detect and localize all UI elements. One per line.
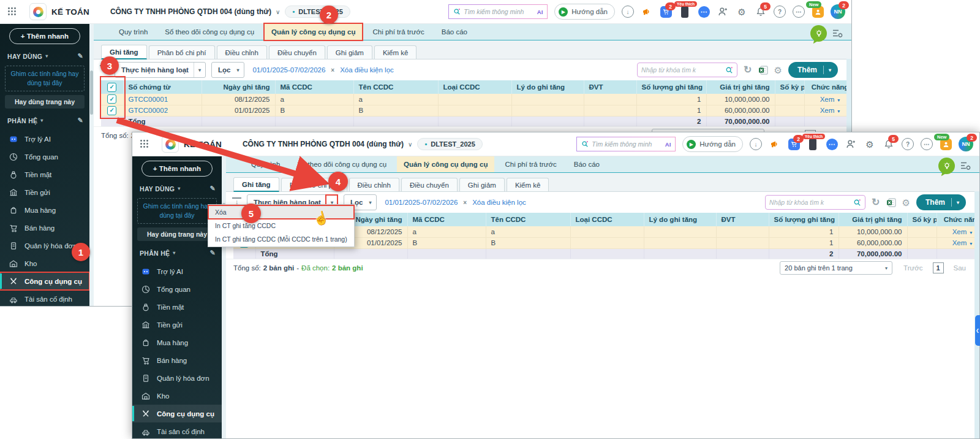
notifications-icon[interactable]: 5 (883, 138, 895, 150)
export-excel-icon[interactable] (758, 66, 768, 75)
add-caret-icon[interactable]: ▾ (952, 200, 966, 205)
prev-page-button[interactable]: Trước (903, 264, 922, 272)
edit-pencil-icon[interactable]: ✎ (209, 249, 216, 257)
view-action[interactable]: Xem▾ (820, 96, 840, 103)
tab-so-theo-doi[interactable]: Sổ theo dõi công cụ dụng cụ (290, 156, 393, 172)
sidebar-scrollbar[interactable] (222, 156, 226, 438)
megaphone-icon[interactable] (769, 138, 781, 150)
sidebar-item-ai-assistant[interactable]: Trợ lý AI (0, 130, 89, 148)
sidebar-item-overview[interactable]: Tổng quan (132, 280, 222, 298)
tab-chi-phi-tra-truoc[interactable]: Chi phí trả trước (498, 156, 563, 172)
download-icon[interactable]: ↓ (750, 138, 762, 150)
quick-add-button[interactable]: + Thêm nhanh (141, 161, 213, 177)
subtab-dieu-chuyen[interactable]: Điều chuyển (269, 45, 325, 59)
sidebar-item-sales[interactable]: Bán hàng (132, 351, 222, 369)
remove-filter-icon[interactable]: × (463, 199, 467, 206)
table-search-input[interactable]: Nhập từ khóa tìm k (765, 195, 865, 210)
pin-hint[interactable]: Ghim các tính năng hay dùng tại đây (137, 198, 217, 224)
pin-hint[interactable]: Ghim các tính năng hay dùng tại đây (5, 66, 85, 91)
menu-item-print-ccdc-per-page[interactable]: In CT ghi tăng CCDC (Mỗi CCDC trên 1 tra… (208, 232, 354, 246)
database-pill[interactable]: • DLTEST_2025 (417, 138, 482, 150)
filter-button[interactable]: Lọc ▾ (211, 62, 244, 78)
tab-quan-ly-ccdc[interactable]: Quản lý công cụ dụng cụ (397, 156, 494, 172)
smart-search-input[interactable]: Tìm kiếm thông minh AI (576, 137, 676, 151)
col-gia-tri[interactable]: Giá trị ghi tăng (839, 213, 907, 226)
view-action[interactable]: Xem▾ (952, 239, 973, 246)
table-row[interactable]: ✓ GTCC00002 01/01/2025 B B 1 60,000,000.… (101, 105, 852, 116)
database-pill[interactable]: • DLTEST_2025 (285, 6, 350, 18)
edit-pencil-icon[interactable]: ✎ (77, 116, 83, 124)
sidebar-item-invoices[interactable]: Quản lý hóa đơn (132, 369, 222, 387)
refresh-icon[interactable]: ↻ (872, 197, 880, 207)
store-icon[interactable]: 2 (788, 138, 800, 150)
smart-search-input[interactable]: Tìm kiếm thông minh AI (448, 4, 548, 19)
date-range-filter[interactable]: 01/01/2025-07/02/2026 (252, 66, 325, 74)
add-button[interactable]: Thêm ▾ (788, 62, 838, 78)
col-ngay-ghi-tang[interactable]: Ngày ghi tăng (202, 80, 275, 94)
next-page-button[interactable]: Sau (954, 264, 966, 272)
sidebar-item-deposit[interactable]: Tiền gửi (0, 183, 89, 201)
subtab-ghi-giam[interactable]: Ghi giảm (327, 45, 372, 59)
whats-new-icon[interactable]: New (812, 6, 824, 18)
guide-button[interactable]: ▶ Hướng dẫn (554, 4, 615, 20)
edit-pencil-icon[interactable]: ✎ (209, 185, 216, 193)
add-button[interactable]: Thêm ▾ (916, 194, 966, 210)
col-dvt[interactable]: ĐVT (584, 80, 636, 94)
sidebar-item-fixed-assets[interactable]: Tài sản cố định (132, 422, 222, 438)
subtab-dieu-chuyen[interactable]: Điều chuyển (401, 178, 458, 191)
favorite-promo-icon[interactable]: Yêu thích (807, 138, 819, 150)
chat-icon[interactable]: ⋯ (826, 138, 838, 150)
megaphone-icon[interactable] (641, 6, 653, 18)
sidebar-item-purchase[interactable]: Mua hàng (132, 334, 222, 351)
chat-icon[interactable]: ⋯ (698, 6, 710, 18)
add-user-icon[interactable] (717, 6, 729, 18)
clear-filters-link[interactable]: Xóa điều kiện lọc (472, 199, 526, 206)
col-ma-ccdc[interactable]: Mã CCDC (275, 80, 353, 94)
col-gia-tri[interactable]: Giá trị ghi tăng (706, 80, 775, 94)
col-so-luong[interactable]: Số lượng ghi tăng (636, 80, 706, 94)
col-so-luong[interactable]: Số lượng ghi tăng (769, 213, 839, 226)
tab-quy-trinh[interactable]: Quy trình (244, 156, 287, 172)
add-user-icon[interactable] (845, 138, 857, 150)
sidebar-item-deposit[interactable]: Tiền gửi (132, 316, 222, 334)
tips-lightbulb-icon[interactable] (938, 158, 955, 174)
remove-filter-icon[interactable]: × (331, 67, 334, 74)
more-icon[interactable]: ⋯ (921, 138, 933, 150)
company-selector[interactable]: CÔNG TY TNHH PHÒNG QTDH 004 (dùng thử) ∨ (243, 140, 412, 148)
col-ma-ccdc[interactable]: Mã CCDC (407, 213, 486, 226)
export-excel-icon[interactable] (886, 198, 896, 207)
col-ten-ccdc[interactable]: Tên CCDC (353, 80, 438, 94)
sidebar-item-tools[interactable]: Công cụ dụng cụ (132, 405, 222, 422)
current-page[interactable]: 1 (933, 262, 944, 273)
table-row[interactable]: ✓ GTCC00001 08/12/2025 a a 1 10,000,000.… (101, 94, 852, 105)
page-size-select[interactable]: 20 bản ghi trên 1 trang ▾ (780, 261, 892, 275)
tab-so-theo-doi[interactable]: Sổ theo dõi công cụ dụng cụ (158, 24, 261, 40)
app-launcher-icon[interactable] (140, 139, 149, 149)
batch-actions-button[interactable]: Thực hiện hàng loạt ▾ (115, 62, 206, 78)
clear-filters-link[interactable]: Xóa điều kiện lọc (340, 66, 394, 74)
document-link[interactable]: GTCC00001 (129, 96, 168, 103)
row-checkbox[interactable]: ✓ (107, 94, 116, 104)
subtab-phan-bo-chi-phi[interactable]: Phân bổ chi phí (149, 45, 215, 59)
subtab-dieu-chinh[interactable]: Điều chỉnh (217, 45, 267, 59)
edit-pencil-icon[interactable]: ✎ (77, 52, 83, 60)
sidebar-item-purchase[interactable]: Mua hàng (0, 201, 89, 219)
tab-bao-cao[interactable]: Báo cáo (567, 156, 606, 172)
col-ly-do[interactable]: Lý do ghi tăng (511, 80, 584, 94)
sidebar-item-sales[interactable]: Bán hàng (0, 219, 89, 237)
view-settings-icon[interactable] (832, 29, 843, 40)
settings-icon[interactable]: ⚙ (736, 6, 748, 18)
settings-icon[interactable]: ⚙ (864, 138, 876, 150)
tab-quy-trinh[interactable]: Quy trình (112, 24, 154, 40)
guide-button[interactable]: ▶ Hướng dẫn (682, 136, 743, 152)
tab-bao-cao[interactable]: Báo cáo (435, 24, 474, 40)
whats-new-icon[interactable]: New (940, 138, 952, 150)
refresh-icon[interactable]: ↻ (744, 65, 752, 75)
sidebar-item-fixed-assets[interactable]: Tài sản cố định (0, 290, 89, 306)
favorite-promo-icon[interactable]: Yêu thích (679, 6, 691, 18)
view-action[interactable]: Xem▾ (820, 107, 840, 114)
sidebar-item-warehouse[interactable]: Kho (132, 387, 222, 405)
subtab-ghi-giam[interactable]: Ghi giảm (459, 178, 505, 191)
select-all-checkbox[interactable]: ✓ (107, 83, 116, 92)
sidebar-item-ai-assistant[interactable]: Trợ lý AI (132, 262, 222, 280)
